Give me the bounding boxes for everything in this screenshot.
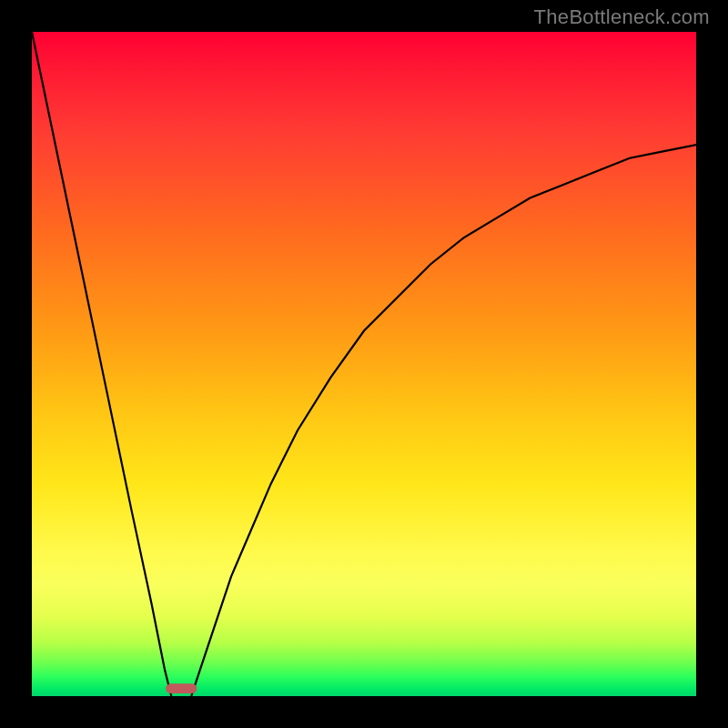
watermark-text: TheBottleneck.com bbox=[534, 5, 710, 29]
curve-right-branch bbox=[191, 145, 696, 696]
curve-left-branch bbox=[32, 32, 171, 696]
plot-area bbox=[32, 32, 696, 696]
bottom-marker bbox=[166, 683, 197, 693]
chart-frame: TheBottleneck.com bbox=[0, 0, 728, 728]
curve-svg bbox=[32, 32, 696, 696]
